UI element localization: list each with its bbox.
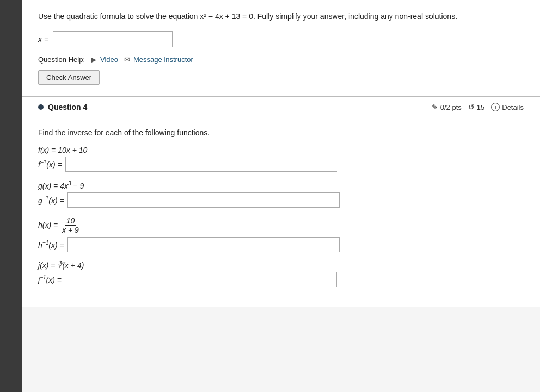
j-inverse-input[interactable] xyxy=(65,272,337,287)
func-inverse-row-f: f−1(x) = xyxy=(38,157,524,172)
pts-icon: ✎ xyxy=(432,103,438,111)
question-bullet xyxy=(38,104,44,110)
h-inverse-input[interactable] xyxy=(68,237,340,252)
details-label: Details xyxy=(502,103,524,111)
pts-value: 0/2 pts xyxy=(440,103,462,111)
func-block-h: h(x) = 10 x + 9 h−1(x) = xyxy=(38,216,524,253)
func-inverse-row-g: g−1(x) = xyxy=(38,192,524,208)
q4-intro: Find the inverse for each of the followi… xyxy=(38,128,524,137)
question4-content: Find the inverse for each of the followi… xyxy=(22,117,540,307)
message-icon: ✉ xyxy=(122,55,131,64)
func-inverse-label-f: f−1(x) = xyxy=(38,159,62,169)
history-icon: ↺ xyxy=(468,103,475,111)
func-inverse-label-g: g−1(x) = xyxy=(38,195,64,205)
question4-header: Question 4 ✎ 0/2 pts ↺ 15 i Details xyxy=(22,97,540,117)
check-answer-button[interactable]: Check Answer xyxy=(38,70,100,85)
func-def-g: g(x) = 4x3 − 9 xyxy=(38,181,524,190)
left-sidebar xyxy=(0,0,22,392)
func-block-j: j(x) = ∛(x + 4) j−1(x) = xyxy=(38,261,524,287)
message-instructor-link[interactable]: ✉ Message instructor xyxy=(122,55,193,64)
h-numerator: 10 xyxy=(65,216,76,226)
question4-title: Question 4 xyxy=(38,103,87,111)
video-label: Video xyxy=(100,55,118,64)
video-icon: ▶ xyxy=(89,55,98,64)
answer-label: x = xyxy=(38,35,48,43)
func-def-j: j(x) = ∛(x + 4) xyxy=(38,261,524,270)
video-link[interactable]: ▶ Video xyxy=(89,55,118,64)
func-inverse-label-j: j−1(x) = xyxy=(38,275,62,284)
func-block-g: g(x) = 4x3 − 9 g−1(x) = xyxy=(38,181,524,208)
details-item[interactable]: i Details xyxy=(491,103,524,111)
content-area: Use the quadratic formula to solve the e… xyxy=(22,0,540,392)
func-inverse-row-h: h−1(x) = xyxy=(38,237,524,252)
history-item: ↺ 15 xyxy=(468,103,484,111)
func-inverse-row-j: j−1(x) = xyxy=(38,272,524,287)
message-label: Message instructor xyxy=(133,55,193,64)
f-inverse-input[interactable] xyxy=(65,157,338,172)
info-icon: i xyxy=(491,103,500,111)
pts-item: ✎ 0/2 pts xyxy=(432,103,462,111)
history-value: 15 xyxy=(477,103,484,111)
func-block-f: f(x) = 10x + 10 f−1(x) = xyxy=(38,146,524,172)
func-inverse-label-h: h−1(x) = xyxy=(38,240,64,250)
h-denominator: x + 9 xyxy=(61,226,80,235)
answer-input[interactable] xyxy=(53,31,173,47)
func-def-f: f(x) = 10x + 10 xyxy=(38,146,524,154)
question-help: Question Help: ▶ Video ✉ Message instruc… xyxy=(38,55,524,64)
help-label: Question Help: xyxy=(38,55,85,64)
answer-row: x = xyxy=(38,31,524,47)
h-fraction: 10 x + 9 xyxy=(61,216,80,235)
question3-section: Use the quadratic formula to solve the e… xyxy=(22,0,540,96)
question4-number: Question 4 xyxy=(48,103,87,111)
g-inverse-input[interactable] xyxy=(68,192,340,208)
func-def-h: h(x) = 10 x + 9 xyxy=(38,216,524,235)
question4-meta: ✎ 0/2 pts ↺ 15 i Details xyxy=(432,103,524,111)
question3-text: Use the quadratic formula to solve the e… xyxy=(38,11,524,22)
